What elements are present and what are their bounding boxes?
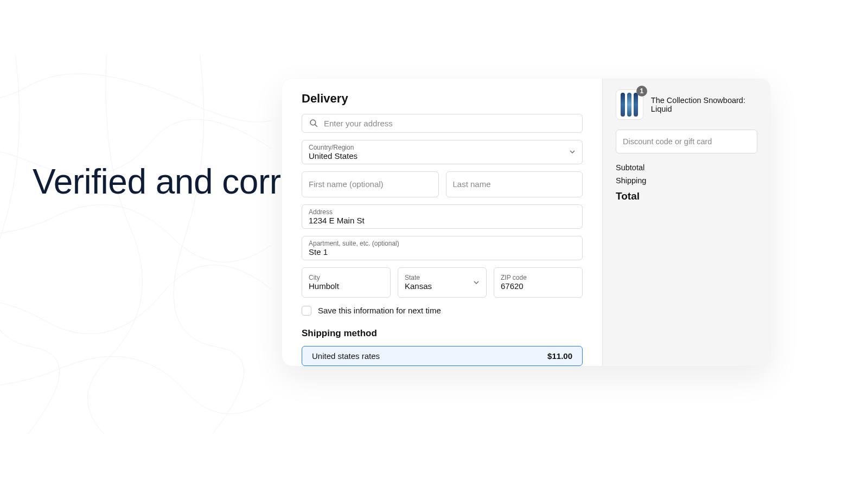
save-info-label: Save this information for next time <box>318 306 441 315</box>
city-label: City <box>309 274 320 281</box>
discount-input[interactable]: Discount code or gift card <box>616 130 757 153</box>
save-info-row[interactable]: Save this information for next time <box>302 306 583 316</box>
shipping-rate-option[interactable]: United states rates $11.00 <box>302 346 583 366</box>
apartment-value: Ste 1 <box>309 247 328 256</box>
apartment-label: Apartment, suite, etc. (optional) <box>309 240 399 247</box>
last-name-placeholder: Last name <box>453 179 491 189</box>
first-name-input[interactable]: First name (optional) <box>302 171 439 197</box>
order-summary: 1 The Collection Snowboard: Liquid Disco… <box>602 79 770 366</box>
country-value: United States <box>309 151 358 160</box>
chevron-down-icon <box>473 279 480 286</box>
state-select[interactable]: State Kansas <box>398 267 487 298</box>
country-select[interactable]: Country/Region United States <box>302 140 583 164</box>
address-value: 1234 E Main St <box>309 216 365 225</box>
zip-label: ZIP code <box>501 274 527 281</box>
shipping-rate-price: $11.00 <box>547 351 572 361</box>
total-label: Total <box>616 190 757 202</box>
svg-line-1 <box>315 125 317 127</box>
address-input[interactable]: Address 1234 E Main St <box>302 204 583 229</box>
map-background <box>0 54 271 434</box>
cart-line-item: 1 The Collection Snowboard: Liquid <box>616 89 757 120</box>
shipping-method-title: Shipping method <box>302 328 583 339</box>
first-name-placeholder: First name (optional) <box>309 179 384 189</box>
city-value: Humbolt <box>309 281 339 291</box>
product-thumbnail: 1 <box>616 89 643 120</box>
shipping-rate-name: United states rates <box>312 351 380 361</box>
zip-input[interactable]: ZIP code 67620 <box>494 267 583 298</box>
discount-placeholder: Discount code or gift card <box>623 137 712 146</box>
chevron-down-icon <box>569 149 576 155</box>
last-name-input[interactable]: Last name <box>446 171 583 197</box>
apartment-input[interactable]: Apartment, suite, etc. (optional) Ste 1 <box>302 236 583 260</box>
address-search-placeholder: Enter your address <box>324 119 393 128</box>
delivery-form: Delivery Enter your address Country/Regi… <box>282 79 602 366</box>
svg-point-0 <box>310 120 316 125</box>
search-icon <box>309 118 318 128</box>
product-name: The Collection Snowboard: Liquid <box>651 96 757 113</box>
shipping-summary-label: Shipping <box>616 176 757 185</box>
state-value: Kansas <box>405 281 432 291</box>
quantity-badge: 1 <box>636 86 647 97</box>
city-input[interactable]: City Humbolt <box>302 267 391 298</box>
address-search-input[interactable]: Enter your address <box>302 114 583 133</box>
checkout-card: Delivery Enter your address Country/Regi… <box>282 79 770 366</box>
state-label: State <box>405 274 420 281</box>
delivery-title: Delivery <box>302 92 583 106</box>
subtotal-label: Subtotal <box>616 163 757 172</box>
address-label: Address <box>309 208 333 216</box>
zip-value: 67620 <box>501 281 524 291</box>
save-info-checkbox[interactable] <box>302 306 311 316</box>
country-label: Country/Region <box>309 144 354 151</box>
